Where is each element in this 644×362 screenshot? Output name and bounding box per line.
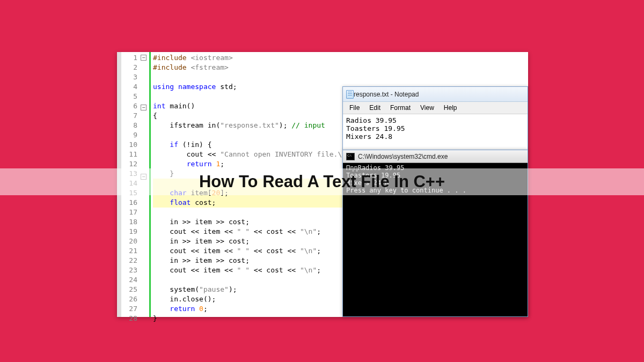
- notepad-menubar[interactable]: FileEditFormatViewHelp: [343, 102, 528, 114]
- menu-item-edit[interactable]: Edit: [365, 103, 385, 113]
- notepad-titlebar[interactable]: response.txt - Notepad: [343, 87, 528, 102]
- code-line[interactable]: [153, 72, 450, 82]
- fold-toggle[interactable]: −: [141, 55, 147, 61]
- notepad-title: response.txt - Notepad: [354, 91, 419, 98]
- line-number: 4: [121, 82, 141, 92]
- fold-toggle[interactable]: −: [141, 105, 147, 110]
- line-number: 19: [121, 227, 141, 237]
- menu-item-view[interactable]: View: [416, 103, 438, 113]
- notepad-content[interactable]: Radios 39.95Toasters 19.95Mixers 24.8: [343, 114, 528, 150]
- line-number: 25: [121, 285, 141, 294]
- line-number: 28: [121, 314, 141, 323]
- line-number: 20: [121, 237, 141, 246]
- line-number: 3: [121, 72, 141, 82]
- cmd-icon: [346, 153, 355, 160]
- title-banner: How To Read A Text File In C++: [0, 168, 644, 195]
- menu-item-file[interactable]: File: [345, 103, 364, 113]
- line-number: 1: [121, 53, 141, 63]
- line-number: 21: [121, 246, 141, 256]
- line-number: 27: [121, 304, 141, 314]
- line-number: 26: [121, 294, 141, 304]
- notepad-line: Radios 39.95: [346, 116, 524, 124]
- line-number: 16: [121, 198, 141, 208]
- line-number: 17: [121, 208, 141, 217]
- menu-item-help[interactable]: Help: [440, 103, 462, 113]
- code-line[interactable]: #include <iostream>: [153, 53, 450, 63]
- code-line[interactable]: #include <fstream>: [153, 63, 450, 72]
- line-number: 2: [121, 63, 141, 72]
- line-number: 18: [121, 217, 141, 227]
- line-number: 22: [121, 256, 141, 265]
- line-number: 6: [121, 101, 141, 111]
- cmd-title: C:\Windows\system32\cmd.exe: [358, 153, 448, 160]
- line-number: 5: [121, 92, 141, 101]
- line-number: 9: [121, 130, 141, 140]
- notepad-icon: [346, 90, 354, 99]
- line-number: 7: [121, 111, 141, 121]
- notepad-window[interactable]: response.txt - Notepad FileEditFormatVie…: [342, 86, 528, 150]
- line-number: 11: [121, 150, 141, 159]
- banner-title: How To Read A Text File In C++: [199, 172, 445, 191]
- line-number: 12: [121, 159, 141, 169]
- line-number: 23: [121, 265, 141, 275]
- notepad-line: Mixers 24.8: [346, 132, 524, 141]
- line-number: 24: [121, 275, 141, 285]
- notepad-line: Toasters 19.95: [346, 124, 524, 132]
- line-number: 10: [121, 140, 141, 150]
- cmd-titlebar[interactable]: C:\Windows\system32\cmd.exe: [343, 150, 528, 163]
- menu-item-format[interactable]: Format: [386, 103, 415, 113]
- line-number: 8: [121, 121, 141, 130]
